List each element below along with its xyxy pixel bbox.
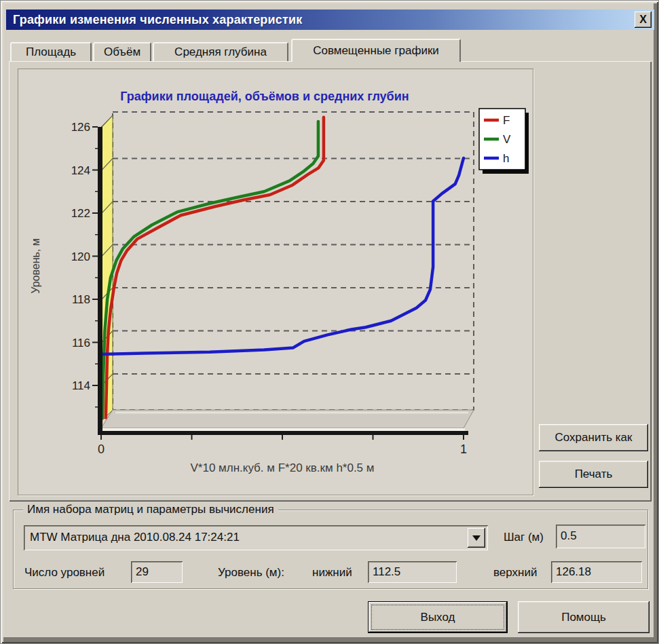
tab-volume-label: Объём: [104, 45, 140, 58]
tab-average-depth[interactable]: Средняя глубина: [153, 42, 288, 61]
chart-panel: 12612412212011811611401V*10 млн.куб. м F…: [18, 69, 533, 495]
svg-text:0: 0: [98, 442, 105, 456]
y-axis: [98, 127, 102, 431]
tab-combined-graphs[interactable]: Совмещенные графики: [291, 39, 461, 62]
legend: FVh: [479, 109, 529, 174]
y-axis-title: Уровень, м: [30, 238, 41, 294]
save-as-button[interactable]: Сохранить как: [539, 424, 648, 451]
svg-text:h: h: [503, 152, 509, 165]
help-label: Помощь: [561, 611, 606, 624]
svg-text:116: 116: [72, 337, 90, 349]
dropdown-arrow-button[interactable]: [468, 528, 485, 548]
levels-count-input[interactable]: 29: [131, 561, 183, 583]
y-axis-ticks: 126124122120118116114: [71, 121, 98, 407]
step-label: Шаг (м): [504, 531, 544, 544]
title-bar: Графики изменения численных характеристи…: [6, 10, 654, 30]
axis-pedestal: [98, 410, 474, 431]
group-label: Имя набора матриц и параметры вычисления: [23, 503, 278, 516]
chevron-down-icon: [472, 535, 481, 541]
levels-count-value: 29: [136, 565, 149, 578]
x-axis: [98, 431, 468, 435]
gridlines: [113, 159, 474, 375]
svg-text:V: V: [503, 133, 511, 146]
chart-title: Графики площадей, объёмов и средних глуб…: [120, 90, 409, 103]
upper-level-label: верхний: [493, 566, 537, 580]
window-title: Графики изменения численных характеристи…: [6, 13, 303, 27]
focus-rect: [371, 605, 504, 630]
svg-text:124: 124: [71, 164, 90, 177]
svg-text:F: F: [503, 114, 510, 127]
matrix-set-dropdown[interactable]: MTW Матрица дна 2010.08.24 17:24:21: [24, 525, 488, 550]
tab-combined-graphs-label: Совмещенные графики: [313, 44, 439, 57]
upper-level-value: 126.18: [556, 565, 591, 578]
step-value: 0.5: [561, 529, 577, 542]
tab-volume[interactable]: Объём: [93, 42, 151, 61]
close-button[interactable]: X: [635, 12, 652, 28]
plot-back-wall: [113, 112, 474, 410]
print-button[interactable]: Печать: [539, 461, 648, 488]
series-F-line: [106, 117, 324, 418]
dialog-window: Графики изменения численных характеристи…: [0, 0, 659, 644]
lower-level-label: нижний: [312, 566, 352, 580]
svg-text:118: 118: [72, 293, 90, 306]
svg-text:120: 120: [71, 250, 90, 263]
step-input[interactable]: 0.5: [556, 525, 645, 548]
matrix-params-group: Имя набора матриц и параметры вычисления…: [13, 510, 648, 589]
svg-text:114: 114: [72, 379, 90, 392]
upper-level-input[interactable]: 126.18: [551, 561, 642, 583]
save-as-label: Сохранить как: [555, 431, 633, 444]
x-axis-ticks: 01: [98, 435, 467, 456]
tab-average-depth-label: Средняя глубина: [174, 45, 267, 58]
matrix-set-value: MTW Матрица дна 2010.08.24 17:24:21: [30, 525, 240, 550]
tab-area[interactable]: Площадь: [10, 42, 92, 61]
close-icon: X: [639, 14, 647, 26]
series-h-line: [101, 158, 464, 354]
level-label: Уровень (м):: [218, 566, 284, 580]
lower-level-value: 112.5: [373, 565, 400, 578]
combined-chart: 12612412212011811611401V*10 млн.куб. м F…: [18, 69, 533, 495]
svg-text:122: 122: [71, 207, 90, 220]
tab-page: 12612412212011811611401V*10 млн.куб. м F…: [9, 61, 652, 501]
levels-count-label: Число уровней: [24, 566, 105, 580]
help-button[interactable]: Помощь: [518, 601, 649, 633]
print-label: Печать: [575, 468, 613, 481]
x-axis-title: V*10 млн.куб. м F*20 кв.км h*0.5 м: [190, 461, 374, 474]
tab-area-label: Площадь: [26, 45, 76, 58]
exit-button[interactable]: Выход: [368, 601, 508, 633]
svg-text:126: 126: [71, 121, 90, 134]
svg-text:1: 1: [460, 442, 467, 456]
lower-level-input[interactable]: 112.5: [368, 561, 457, 583]
